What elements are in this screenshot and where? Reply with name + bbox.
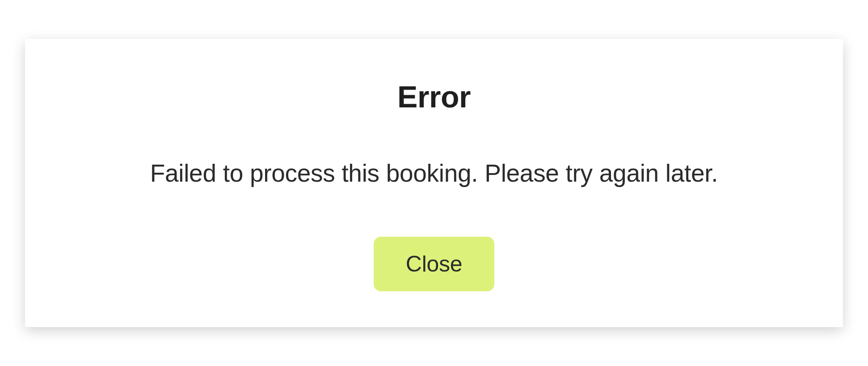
close-button[interactable]: Close bbox=[374, 237, 494, 291]
dialog-message: Failed to process this booking. Please t… bbox=[52, 159, 816, 187]
dialog-title: Error bbox=[52, 79, 816, 114]
error-dialog: Error Failed to process this booking. Pl… bbox=[25, 39, 843, 327]
